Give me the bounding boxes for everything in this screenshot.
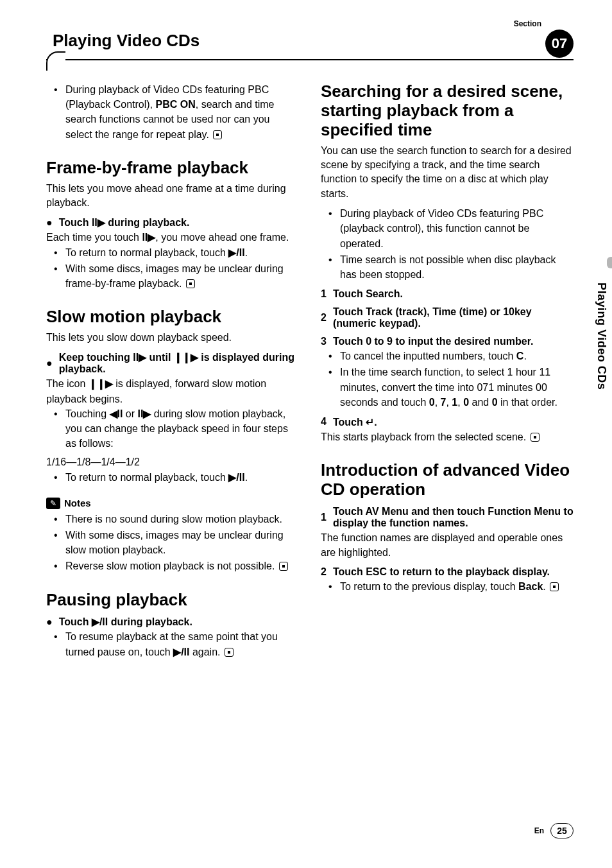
adv-return: To return to the previous display, touch… bbox=[332, 579, 574, 594]
bullet-icon: ● bbox=[46, 358, 53, 369]
step3-note-2: In the time search function, to select 1… bbox=[332, 365, 574, 410]
left-column: During playback of Video CDs featuring P… bbox=[46, 82, 299, 663]
footer-lang: En bbox=[534, 826, 544, 835]
section-title: Playing Video CDs bbox=[53, 31, 200, 51]
section-badge: 07 bbox=[545, 30, 574, 58]
search-step-4: 4 Touch ↵. bbox=[321, 416, 574, 428]
search-bullet-1: During playback of Video CDs featuring P… bbox=[332, 206, 574, 251]
adv-step-2: 2 Touch ESC to return to the playback di… bbox=[321, 566, 574, 578]
heading-frame: Frame-by-frame playback bbox=[46, 159, 299, 178]
frame-step: ● Touch II▶ during playback. bbox=[46, 216, 299, 229]
note-3: Reverse slow motion playback is not poss… bbox=[58, 559, 299, 573]
end-icon bbox=[550, 582, 559, 591]
step4-body: This starts playback from the selected s… bbox=[321, 430, 574, 444]
slow-speeds: 1/16—1/8—1/4—1/2 bbox=[46, 455, 299, 469]
heading-advanced: Introduction of advanced Video CD operat… bbox=[321, 461, 574, 499]
notes-title: Notes bbox=[64, 498, 91, 508]
adv-step-1: 1 Touch AV Menu and then touch Function … bbox=[321, 506, 574, 529]
end-icon bbox=[213, 130, 222, 139]
frame-note-1: To return to normal playback, touch ▶/II… bbox=[58, 245, 299, 260]
slow-change-list: Touching ◀II or II▶ during slow motion p… bbox=[46, 406, 299, 451]
top-bullet-list: During playback of Video CDs featuring P… bbox=[46, 82, 299, 142]
side-tab: Playing Video CDs bbox=[592, 276, 612, 396]
slow-return-list: To return to normal playback, touch ▶/II… bbox=[46, 470, 299, 485]
step3-notes: To cancel the inputted numbers, touch C.… bbox=[321, 349, 574, 410]
end-icon bbox=[279, 562, 288, 571]
slow-return: To return to normal playback, touch ▶/II… bbox=[58, 470, 299, 485]
pause-return-list: To resume playback at the same point tha… bbox=[46, 629, 299, 659]
side-nub bbox=[607, 257, 612, 268]
end-icon bbox=[531, 433, 540, 442]
section-label: Section bbox=[514, 19, 541, 28]
notes-list: There is no sound during slow motion pla… bbox=[46, 512, 299, 574]
frame-intro: This lets you move ahead one frame at a … bbox=[46, 182, 299, 211]
search-bullets: During playback of Video CDs featuring P… bbox=[321, 206, 574, 282]
search-step-3: 3 Touch 0 to 9 to input the desired numb… bbox=[321, 336, 574, 347]
search-intro: You can use the search function to searc… bbox=[321, 144, 574, 202]
header: Playing Video CDs Section 07 bbox=[46, 31, 574, 63]
bullet-icon: ● bbox=[46, 616, 53, 628]
heading-slow: Slow motion playback bbox=[46, 308, 299, 327]
notes-header: ✎ Notes bbox=[46, 498, 91, 509]
search-bullet-2: Time search is not possible when disc pl… bbox=[332, 252, 574, 282]
frame-step-body: Each time you touch II▶, you move ahead … bbox=[46, 230, 299, 245]
heading-search: Searching for a desired scene, starting … bbox=[321, 82, 574, 140]
columns: During playback of Video CDs featuring P… bbox=[46, 82, 574, 663]
note-2: With some discs, images may be unclear d… bbox=[58, 528, 299, 557]
footer-page: 25 bbox=[550, 823, 574, 838]
pause-step: ● Touch ▶/II during playback. bbox=[46, 616, 299, 628]
slow-change: Touching ◀II or II▶ during slow motion p… bbox=[58, 406, 299, 451]
frame-notes: To return to normal playback, touch ▶/II… bbox=[46, 245, 299, 291]
right-column: Searching for a desired scene, starting … bbox=[321, 82, 574, 663]
heading-pause: Pausing playback bbox=[46, 591, 299, 610]
search-step-1: 1 Touch Search. bbox=[321, 288, 574, 300]
slow-intro: This lets you slow down playback speed. bbox=[46, 331, 299, 345]
header-rule bbox=[46, 59, 574, 60]
slow-step: ● Keep touching II▶ until ❙❙▶ is display… bbox=[46, 351, 299, 375]
adv-step1-body: The function names are displayed and ope… bbox=[321, 530, 574, 560]
pencil-icon: ✎ bbox=[46, 498, 60, 509]
frame-note-2: With some discs, images may be unclear d… bbox=[58, 261, 299, 291]
page: Playing Video CDs Section 07 Playing Vid… bbox=[0, 0, 612, 868]
end-icon bbox=[186, 279, 195, 288]
note-1: There is no sound during slow motion pla… bbox=[58, 512, 299, 526]
pause-return: To resume playback at the same point tha… bbox=[58, 629, 299, 659]
bullet-icon: ● bbox=[46, 217, 53, 229]
slow-step-body: The icon ❙❙▶ is displayed, forward slow … bbox=[46, 376, 299, 406]
end-icon bbox=[225, 648, 234, 657]
adv-return-list: To return to the previous display, touch… bbox=[321, 579, 574, 594]
footer: En 25 bbox=[534, 823, 574, 838]
step3-note-1: To cancel the inputted numbers, touch C. bbox=[332, 349, 574, 363]
top-bullet: During playback of Video CDs featuring P… bbox=[58, 82, 299, 142]
search-step-2: 2 Touch Track (track), Time (time) or 10… bbox=[321, 306, 574, 329]
